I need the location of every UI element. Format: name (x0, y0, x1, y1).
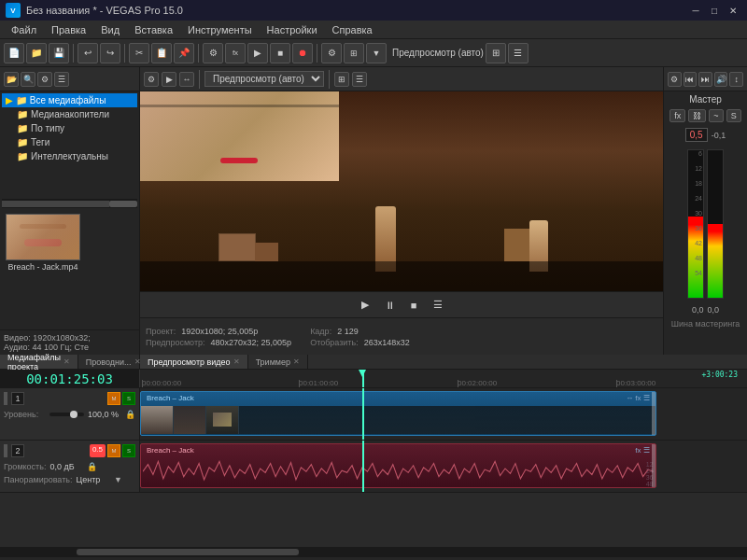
track-2-timeline[interactable]: Breach – Jack fx ☰ 12243648 (140, 441, 747, 492)
tree-scrollbar[interactable] (2, 199, 137, 208)
master-chain-button[interactable]: ⛓ (688, 109, 706, 122)
preview-mode-select[interactable]: Предпросмотр (авто) Хорошее качество (204, 71, 324, 87)
track-2-mute-btn[interactable]: M (107, 444, 120, 457)
menu-settings[interactable]: Настройки (260, 22, 325, 37)
menu-tools[interactable]: Инструменты (180, 22, 260, 37)
media-tb-btn-1[interactable]: 📂 (4, 72, 19, 87)
tab-media-files[interactable]: Медиафайлы проекта ✕ (0, 355, 78, 369)
fx-button[interactable]: fx (225, 43, 246, 63)
tab-explorer[interactable]: Проводни... ✕ (78, 355, 149, 369)
menu-insert[interactable]: Вставка (127, 22, 180, 37)
tree-item-tags[interactable]: 📁 Теги (13, 135, 137, 149)
track-2-lock-icon[interactable]: 🔒 (86, 461, 97, 472)
preview-tb-props[interactable]: ☰ (352, 72, 367, 87)
track-1-level-value: 100,0 % (88, 410, 120, 419)
master-neg-value: -0,1 (712, 131, 726, 140)
clip-1-icon-resize[interactable]: ↔ (626, 394, 633, 402)
snap-button[interactable]: ⊞ (344, 43, 364, 63)
timeline-scroll-thumb[interactable] (77, 549, 300, 555)
audio-clip-handle[interactable] (652, 444, 655, 487)
media-toolbar: 📂 🔍 ⚙ ☰ (0, 67, 139, 91)
preview-play-button[interactable]: ▶ (356, 296, 374, 315)
track-2-drag-handle[interactable] (4, 444, 7, 457)
track-1-timeline[interactable]: Breach – Jack ↔ fx ☰ (140, 388, 747, 440)
grid-button[interactable]: ⊞ (486, 43, 506, 63)
timeline-scrollbar[interactable] (0, 547, 747, 556)
tab-preview-video[interactable]: Предпросмотр видео ✕ (140, 355, 248, 369)
master-tb-btn3[interactable]: ⏭ (698, 72, 712, 87)
master-mute-button[interactable]: S (726, 109, 741, 122)
master-tb-btn4[interactable]: 🔊 (714, 72, 728, 87)
preview-tb-settings[interactable]: ⚙ (144, 72, 159, 87)
close-button[interactable]: ✕ (725, 3, 741, 18)
open-button[interactable]: 📁 (26, 43, 47, 63)
play-toolbar-button[interactable]: ▶ (247, 43, 268, 63)
media-tb-btn-2[interactable]: 🔍 (21, 72, 35, 87)
track-2-pan-label: Панорамировать: (4, 475, 73, 484)
tab-trimmer[interactable]: Триммер ✕ (248, 355, 308, 369)
preview-controls-bar: ▶ ⏸ ■ ☰ (140, 291, 663, 317)
copy-button[interactable]: 📋 (151, 43, 172, 63)
properties-button[interactable]: ☰ (508, 43, 529, 63)
minimize-button[interactable]: ─ (687, 3, 704, 18)
preview-stop-button[interactable]: ■ (404, 296, 423, 315)
preview-tb-btn3[interactable]: ↔ (179, 72, 194, 87)
record-toolbar-button[interactable]: ⏺ (292, 43, 313, 63)
clip-2-icons: fx ☰ (632, 445, 652, 455)
master-eq-button[interactable]: ~ (709, 109, 723, 122)
media-tb-btn-4[interactable]: ☰ (54, 72, 69, 87)
preview-pause-button[interactable]: ⏸ (380, 296, 399, 315)
menu-help[interactable]: Справка (325, 22, 380, 37)
track-1-header: 1 M S (4, 392, 135, 405)
tab-trimmer-close[interactable]: ✕ (293, 357, 300, 366)
master-tb-btn1[interactable]: ⚙ (668, 72, 682, 87)
paste-button[interactable]: 📌 (174, 43, 194, 63)
track-1-mute-btn[interactable]: M (107, 392, 120, 405)
tab-preview-close[interactable]: ✕ (233, 357, 240, 366)
tree-item-smart[interactable]: 📁 Интеллектуальны (13, 149, 137, 163)
track-1-solo-btn[interactable]: S (122, 392, 135, 405)
settings-icon-button[interactable]: ⚙ (203, 43, 223, 63)
video-clip-1[interactable]: Breach – Jack ↔ fx ☰ (140, 391, 656, 436)
stop-toolbar-button[interactable]: ■ (270, 43, 290, 63)
tree-item-by-type[interactable]: 📁 По типу (13, 121, 137, 135)
preview-tb-btn2[interactable]: ▶ (162, 72, 176, 87)
master-tb-btn2[interactable]: ⏮ (684, 72, 698, 87)
master-fx-button[interactable]: fx (669, 109, 685, 122)
clip-1-icon-menu[interactable]: ☰ (643, 394, 650, 402)
new-button[interactable]: 📄 (4, 43, 24, 63)
timeline-ruler-container[interactable]: 00:00:00:00 00:01:00:00 00:02:00:00 00:0… (140, 370, 747, 387)
cut-button[interactable]: ✂ (129, 43, 149, 63)
track-1-level-slider[interactable] (49, 413, 84, 416)
track-2-solo-btn[interactable]: S (122, 444, 135, 457)
master-bus-label: Шина мастеринга (664, 317, 747, 330)
undo-button[interactable]: ↩ (78, 43, 98, 63)
menu-edit[interactable]: Правка (44, 22, 93, 37)
preview-tb-grid[interactable]: ⊞ (334, 72, 349, 87)
clip-1-handle[interactable] (652, 392, 655, 435)
track-2-pan-icon[interactable]: ▼ (113, 474, 124, 485)
marker-button[interactable]: ▼ (366, 43, 387, 63)
save-button[interactable]: 💾 (49, 43, 69, 63)
tree-item-all-media[interactable]: ▶ 📁 Все медиафайлы (2, 93, 137, 107)
vu-meter-right (707, 149, 724, 299)
menu-view[interactable]: Вид (93, 22, 127, 37)
tab-media-close[interactable]: ✕ (63, 357, 70, 366)
tree-item-storage[interactable]: 📁 Медианакопители (13, 107, 137, 121)
track-drag-handle[interactable] (4, 392, 7, 405)
media-tb-btn-3[interactable]: ⚙ (37, 72, 52, 87)
preview-menu-button[interactable]: ☰ (429, 296, 447, 315)
preview-settings-button[interactable]: ⚙ (321, 43, 342, 63)
menu-file[interactable]: Файл (4, 22, 44, 37)
panel-tabs-row: Медиафайлы проекта ✕ Проводни... ✕ Предп… (0, 355, 747, 370)
master-tb-btn5[interactable]: ↕ (729, 72, 743, 87)
center-tabs: Предпросмотр видео ✕ Триммер ✕ (140, 355, 308, 369)
redo-button[interactable]: ↪ (100, 43, 120, 63)
maximize-button[interactable]: □ (706, 3, 723, 18)
media-file-item[interactable]: Breach - Jack.mp4 (4, 212, 82, 326)
clip-2-icon-menu[interactable]: ☰ (643, 446, 650, 455)
audio-clip-1[interactable]: Breach – Jack fx ☰ 12243648 (140, 443, 656, 488)
clip-1-icon-fx[interactable]: fx (635, 394, 641, 402)
track-1-lock-icon[interactable]: 🔒 (124, 409, 135, 420)
clip-2-icon-fx[interactable]: fx (635, 446, 641, 455)
